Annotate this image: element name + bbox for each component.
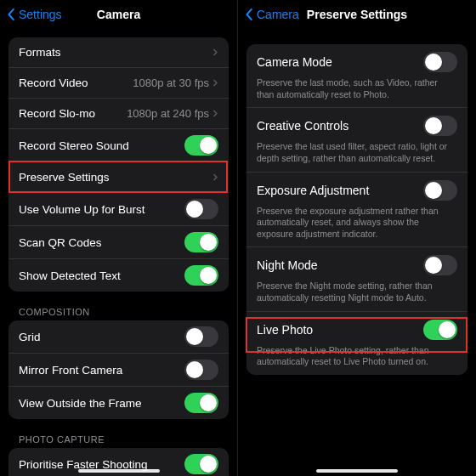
row-detected-text: Show Detected Text bbox=[8, 259, 229, 292]
back-label: Camera bbox=[257, 8, 299, 21]
chevron-right-icon bbox=[212, 173, 218, 182]
block-night-mode: Night Mode Preserve the Night mode setti… bbox=[246, 247, 468, 311]
row-description: Preserve the last mode, such as Video, r… bbox=[246, 74, 468, 107]
toggle-night-mode[interactable] bbox=[423, 255, 457, 275]
row-description: Preserve the last used filter, aspect ra… bbox=[246, 138, 468, 171]
row-volume-burst: Use Volume Up for Burst bbox=[8, 193, 229, 226]
home-indicator[interactable] bbox=[316, 469, 398, 473]
row-preserve-settings[interactable]: Preserve Settings bbox=[8, 162, 229, 193]
toggle-stereo-sound[interactable] bbox=[184, 135, 218, 156]
block-creative-controls: Creative Controls Preserve the last used… bbox=[246, 108, 468, 172]
block-exposure-adjustment: Exposure Adjustment Preserve the exposur… bbox=[246, 173, 468, 248]
toggle-scan-qr[interactable] bbox=[184, 232, 218, 252]
chevron-left-icon bbox=[7, 8, 17, 21]
row-label: Preserve Settings bbox=[19, 171, 212, 184]
row-label: Grid bbox=[19, 331, 184, 343]
toggle-grid[interactable] bbox=[184, 326, 218, 347]
toggle-exposure-adjustment[interactable] bbox=[423, 180, 457, 201]
row-label: Night Mode bbox=[257, 258, 423, 272]
home-indicator[interactable] bbox=[78, 469, 160, 473]
row-value: 1080p at 30 fps bbox=[133, 76, 209, 89]
row-formats[interactable]: Formats bbox=[8, 37, 229, 68]
row-label: Show Detected Text bbox=[19, 269, 184, 282]
back-button[interactable]: Camera bbox=[245, 8, 299, 21]
preserve-settings-screen: Camera Preserve Settings Camera Mode Pre… bbox=[238, 0, 476, 476]
chevron-left-icon bbox=[245, 8, 255, 21]
chevron-right-icon bbox=[212, 78, 218, 88]
row-label: Record Slo-mo bbox=[19, 107, 127, 120]
row-description: Preserve the exposure adjustment rather … bbox=[246, 202, 468, 247]
group-preserve: Camera Mode Preserve the last mode, such… bbox=[246, 44, 468, 375]
group-composition: Grid Mirror Front Camera View Outside th… bbox=[8, 320, 229, 419]
row-label: Record Video bbox=[19, 76, 133, 89]
chevron-right-icon bbox=[212, 109, 218, 118]
back-label: Settings bbox=[19, 8, 62, 21]
row-description: Preserve the Live Photo setting, rather … bbox=[246, 342, 468, 375]
navbar: Settings Camera bbox=[0, 0, 237, 29]
row-value: 1080p at 240 fps bbox=[127, 107, 209, 120]
back-button[interactable]: Settings bbox=[7, 8, 62, 21]
navbar: Camera Preserve Settings bbox=[238, 0, 476, 29]
toggle-mirror-front[interactable] bbox=[184, 360, 218, 380]
row-outside-frame: View Outside the Frame bbox=[8, 387, 229, 419]
toggle-live-photo[interactable] bbox=[423, 320, 457, 340]
row-label: Live Photo bbox=[257, 323, 423, 337]
row-label: Creative Controls bbox=[257, 119, 423, 133]
row-label: Formats bbox=[19, 46, 212, 59]
group-capture: Formats Record Video 1080p at 30 fps Rec… bbox=[8, 37, 229, 292]
camera-settings-screen: Settings Camera Formats Record Video 108… bbox=[0, 0, 238, 476]
block-camera-mode: Camera Mode Preserve the last mode, such… bbox=[246, 44, 468, 108]
row-description: Preserve the Night mode setting, rather … bbox=[246, 277, 468, 310]
toggle-camera-mode[interactable] bbox=[423, 52, 457, 72]
block-live-photo: Live Photo Preserve the Live Photo setti… bbox=[246, 312, 468, 375]
row-label: Camera Mode bbox=[257, 55, 423, 69]
toggle-volume-burst[interactable] bbox=[184, 199, 218, 219]
row-scan-qr: Scan QR Codes bbox=[8, 226, 229, 259]
section-header-composition: COMPOSITION bbox=[19, 307, 218, 317]
row-label: Mirror Front Camera bbox=[19, 364, 184, 377]
toggle-creative-controls[interactable] bbox=[423, 116, 457, 136]
row-mirror-front: Mirror Front Camera bbox=[8, 354, 229, 387]
chevron-right-icon bbox=[212, 48, 218, 57]
row-stereo-sound: Record Stereo Sound bbox=[8, 129, 229, 162]
toggle-outside-frame[interactable] bbox=[184, 393, 218, 413]
row-label: View Outside the Frame bbox=[19, 397, 184, 410]
row-record-slomo[interactable]: Record Slo-mo 1080p at 240 fps bbox=[8, 99, 229, 129]
row-grid: Grid bbox=[8, 320, 229, 354]
row-label: Scan QR Codes bbox=[19, 236, 184, 249]
row-record-video[interactable]: Record Video 1080p at 30 fps bbox=[8, 68, 229, 99]
row-label: Use Volume Up for Burst bbox=[19, 203, 184, 216]
toggle-detected-text[interactable] bbox=[184, 265, 218, 286]
toggle-prioritise-faster[interactable] bbox=[184, 454, 218, 474]
row-label: Exposure Adjustment bbox=[257, 184, 423, 197]
row-label: Record Stereo Sound bbox=[19, 139, 184, 152]
section-header-photo-capture: PHOTO CAPTURE bbox=[19, 434, 218, 445]
